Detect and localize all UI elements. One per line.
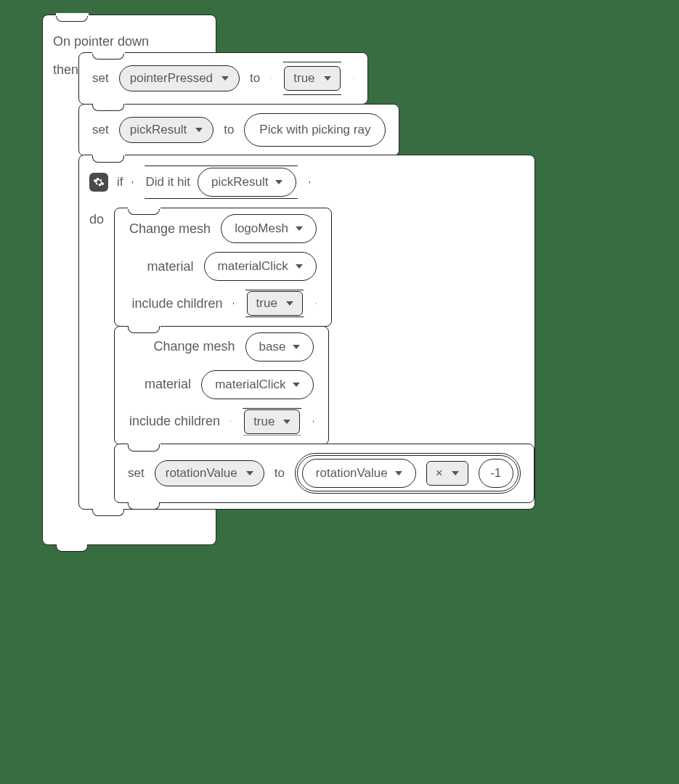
if-condition-slot[interactable]: Did it hit pickResult <box>132 166 311 199</box>
gear-icon[interactable] <box>89 173 108 192</box>
var-dropdown-rotationvalue[interactable]: rotationValue <box>155 460 264 486</box>
include-children-label-2: include children <box>129 414 220 429</box>
set-label: set <box>128 466 145 481</box>
pickresult-pill[interactable]: pickResult <box>198 168 296 197</box>
chevron-down-icon <box>395 471 402 475</box>
number-input[interactable]: -1 <box>479 459 513 488</box>
do-label: do <box>79 208 114 227</box>
change-mesh-base-block[interactable]: Change mesh base material materialC <box>114 326 329 445</box>
material-label: material <box>147 259 194 274</box>
material-dropdown-1[interactable]: materialClick <box>204 252 317 281</box>
if-block[interactable]: if Did it hit pickResult do <box>78 155 535 510</box>
chevron-down-icon <box>221 76 229 81</box>
pick-with-ray-value[interactable]: Pick with picking ray <box>244 113 386 147</box>
include-children-bool-1[interactable]: true <box>233 290 317 317</box>
set-rotationvalue-block[interactable]: set rotationValue to rotationValue <box>114 444 534 503</box>
chevron-down-icon <box>324 76 331 81</box>
bool-true-slot[interactable]: true <box>270 62 354 95</box>
set-label: set <box>92 123 109 137</box>
operator-dropdown[interactable]: × <box>426 461 468 486</box>
include-children-label: include children <box>131 296 222 311</box>
then-stack: set pointerPressed to true set <box>78 52 535 510</box>
change-mesh-logomesh-block[interactable]: Change mesh logoMesh material mater <box>114 208 332 327</box>
chevron-down-icon <box>296 226 303 231</box>
var-dropdown-pickresult[interactable]: pickResult <box>119 117 214 143</box>
bool-dropdown-true[interactable]: true <box>284 66 340 91</box>
did-it-hit-label: Did it hit <box>146 175 190 189</box>
change-mesh-label-2: Change mesh <box>153 339 235 354</box>
chevron-down-icon <box>283 420 290 424</box>
set-pointerpressed-block[interactable]: set pointerPressed to true <box>78 52 368 105</box>
to-label: to <box>224 123 234 137</box>
to-label: to <box>250 71 260 86</box>
set-label: set <box>92 71 109 86</box>
chevron-down-icon <box>293 345 300 349</box>
change-mesh-label: Change mesh <box>129 221 211 237</box>
do-stack: Change mesh logoMesh material mater <box>114 208 534 503</box>
include-children-bool-2[interactable]: true <box>230 408 314 436</box>
to-label: to <box>275 466 285 481</box>
set-pickresult-block[interactable]: set pickResult to Pick with picking ray <box>78 104 399 156</box>
material-dropdown-2[interactable]: materialClick <box>201 370 314 399</box>
if-label: if <box>117 175 123 189</box>
chevron-down-icon <box>293 383 300 387</box>
chevron-down-icon <box>296 264 303 269</box>
bool-dropdown-true-2[interactable]: true <box>244 409 300 434</box>
chevron-down-icon <box>246 471 253 475</box>
chevron-down-icon <box>275 180 282 184</box>
rotationvalue-pill[interactable]: rotationValue <box>302 459 416 488</box>
chevron-down-icon <box>195 128 203 132</box>
event-on-pointer-down-block[interactable]: On pointer down then set pointerPressed … <box>42 15 216 545</box>
math-expression[interactable]: rotationValue × -1 <box>295 453 521 494</box>
then-label: then <box>43 57 78 78</box>
chevron-down-icon <box>452 471 459 475</box>
mesh-dropdown-base[interactable]: base <box>245 332 314 362</box>
chevron-down-icon <box>286 301 293 306</box>
bool-dropdown-true-1[interactable]: true <box>247 291 303 316</box>
mesh-dropdown-logomesh[interactable]: logoMesh <box>221 214 317 243</box>
material-label-2: material <box>145 377 191 392</box>
var-dropdown-pointerpressed[interactable]: pointerPressed <box>119 65 240 91</box>
